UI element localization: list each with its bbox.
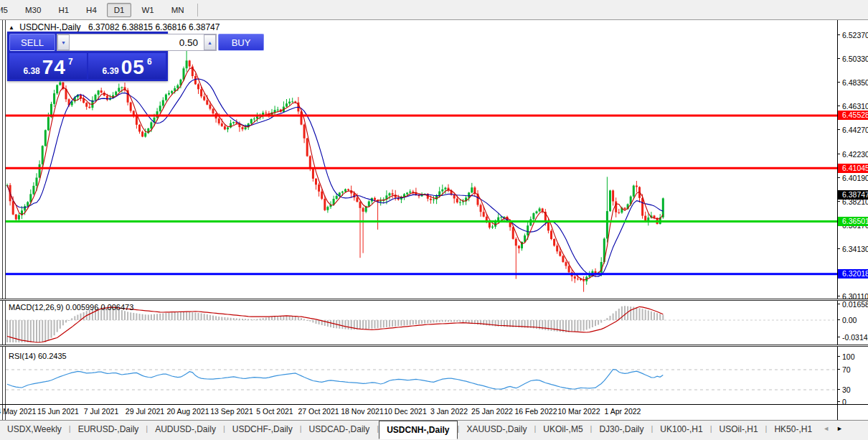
price-axis-tick: 6.52370 [837, 31, 868, 39]
chart-tab-ukoil-m5[interactable]: UKOil-,M5 [536, 421, 590, 438]
ma-fast-line[interactable] [7, 68, 663, 280]
rsi-panel-bottom-border [0, 404, 868, 405]
date-axis-label: 3 Jan 2022 [430, 407, 468, 416]
date-axis-label: 18 Nov 2021 [341, 407, 384, 416]
date-axis-label: 10 Mar 2022 [558, 407, 600, 416]
price-axis-tick: 6.48350 [837, 78, 868, 87]
sell-price-integer: 6.38 [23, 65, 39, 77]
buy-price-display[interactable]: 6.39 05 6 [88, 53, 166, 79]
timeframe-button-m30[interactable]: M30 [18, 3, 48, 17]
rsi-indicator-title: RSI(14) 60.2435 [9, 352, 67, 360]
chart-tab-usdcnh-daily[interactable]: USDCNH-,Daily [379, 421, 457, 439]
timeframe-button-h4[interactable]: H4 [79, 3, 104, 17]
rsi-indicator-plot[interactable] [0, 347, 868, 404]
volume-decrease-button[interactable]: ▼ [57, 34, 70, 50]
date-axis-label: 29 Jul 2021 [126, 407, 164, 416]
volume-stepper: ▼ ▲ [57, 34, 217, 51]
date-axis-label: 7 Jul 2021 [84, 407, 118, 416]
date-axis-label: 27 Oct 2021 [298, 407, 339, 416]
price-level-label: 6.41045 [838, 164, 868, 173]
timeframe-button-d1[interactable]: D1 [107, 3, 132, 17]
chevron-down-icon: ▼ [61, 40, 66, 45]
date-axis-label: 10 Dec 2021 [384, 407, 427, 416]
rsi-axis-tick: 0 [837, 398, 846, 406]
trading-platform-window: M5M30H1H4D1W1MN ▲ USDCNH-,Daily 6.37082 … [0, 0, 868, 440]
price-axis-tick: 6.42230 [837, 150, 868, 159]
sell-price-display[interactable]: 6.38 74 7 [9, 53, 87, 79]
timeframe-button-h1[interactable]: H1 [51, 3, 76, 17]
current-price-label: 6.38747 [838, 190, 868, 200]
date-axis-label: 25 Jan 2022 [471, 407, 513, 416]
trade-panel-price-row: 6.38 74 7 6.39 05 6 [9, 53, 166, 79]
chart-tab-uk100-h1[interactable]: UK100-,H1 [653, 421, 709, 438]
collapse-triangle-icon[interactable]: ▲ [9, 24, 14, 31]
chart-symbol-period: USDCNH-,Daily [19, 22, 80, 32]
price-level-label: 6.32018 [838, 269, 868, 278]
rsi-axis-tick: 100 [837, 352, 855, 361]
date-axis-label: 5 Oct 2021 [256, 407, 293, 416]
date-axis-label: 13 Sep 2021 [210, 407, 253, 416]
price-axis-tick: 6.46310 [837, 102, 868, 111]
price-axis: 6.523706.503306.483506.463106.442706.422… [837, 0, 868, 440]
date-axis-label: 15 Jun 2021 [37, 407, 79, 416]
price-axis-tick: 6.44270 [837, 126, 868, 134]
macd-signal-line [7, 306, 663, 342]
price-axis-tick: 6.34130 [837, 245, 868, 253]
timeframe-button-m5[interactable]: M5 [0, 3, 15, 17]
price-axis-tick: 6.40190 [837, 174, 868, 182]
timeframe-button-list: M5M30H1H4D1W1MN [0, 3, 193, 17]
chart-tab-xauusd-daily[interactable]: XAUUSD-,Daily [459, 421, 534, 438]
price-level-label: 6.45528 [838, 111, 868, 120]
volume-input[interactable] [70, 34, 204, 50]
macd-axis-tick: 0.00 [837, 316, 857, 324]
chart-tab-usoil-h1[interactable]: USOil-,H1 [712, 421, 765, 438]
timeframe-button-w1[interactable]: W1 [134, 3, 161, 17]
timeframe-toolbar: M5M30H1H4D1W1MN [0, 0, 868, 20]
chart-title: ▲ USDCNH-,Daily 6.37082 6.38815 6.36816 … [9, 22, 220, 32]
panel-separator[interactable] [0, 299, 868, 301]
date-axis-label: 1 Apr 2022 [605, 407, 641, 416]
chart-tab-audusd-daily[interactable]: AUDUSD-,Daily [148, 421, 223, 438]
trade-panel-top-row: SELL ▼ ▲ BUY [9, 34, 166, 51]
macd-axis-tick: -0.031421 [837, 333, 868, 342]
buy-button[interactable]: BUY [218, 34, 264, 51]
chart-tab-usdchf-daily[interactable]: USDCHF-,Daily [225, 421, 300, 438]
rsi-axis-tick: 70 [837, 365, 851, 374]
volume-increase-button[interactable]: ▲ [204, 34, 216, 50]
macd-indicator-title: MACD(12,26,9) 0.005996 0.006473 [9, 303, 133, 312]
chart-tab-eurusd-daily[interactable]: EURUSD-,Daily [71, 421, 146, 438]
one-click-trade-panel: SELL ▼ ▲ BUY 6.38 74 7 6.39 05 6 [7, 32, 168, 81]
date-axis: 24 May 202115 Jun 20217 Jul 202129 Jul 2… [0, 406, 868, 418]
buy-price-integer: 6.39 [102, 65, 118, 77]
macd-axis-tick: 0.016586 [837, 300, 868, 309]
rsi-line [7, 370, 663, 390]
timeframe-button-mn[interactable]: MN [164, 3, 192, 17]
chart-tab-hk50-h1[interactable]: HK50-,H1 [767, 421, 819, 438]
chart-tab-dj30-daily[interactable]: DJ30-,Daily [592, 421, 651, 438]
candlestick-series [6, 49, 664, 292]
sell-button[interactable]: SELL [9, 34, 55, 51]
chart-ohlc-values: 6.37082 6.38815 6.36816 6.38747 [88, 22, 220, 32]
price-axis-tick: 6.50330 [837, 55, 868, 63]
rsi-axis-tick: 30 [837, 385, 851, 394]
date-axis-label: 20 Aug 2021 [167, 407, 209, 416]
panel-separator[interactable] [0, 345, 868, 347]
buy-price-point: 6 [147, 57, 152, 67]
tab-scroll-left-icon[interactable]: ◄ [819, 421, 833, 436]
ma-slow-line[interactable] [7, 79, 663, 276]
chart-tab-usdcad-daily[interactable]: USDCAD-,Daily [302, 421, 377, 438]
chart-tab-usdx-weekly[interactable]: USDX,Weekly [0, 421, 69, 438]
sell-price-pips: 74 [42, 58, 66, 77]
date-axis-label: 16 Feb 2022 [515, 407, 557, 416]
date-axis-label: 24 May 2021 [0, 407, 36, 416]
buy-price-pips: 05 [121, 58, 145, 77]
chevron-up-icon: ▲ [207, 40, 212, 45]
sell-price-point: 7 [68, 57, 73, 67]
price-level-label: 6.36501 [838, 217, 868, 226]
toolbar-separator [197, 4, 198, 17]
tab-scroll-right-icon[interactable]: ► [833, 421, 846, 436]
chart-tab-bar: USDX,Weekly|EURUSD-,Daily|AUDUSD-,Daily|… [0, 420, 868, 440]
